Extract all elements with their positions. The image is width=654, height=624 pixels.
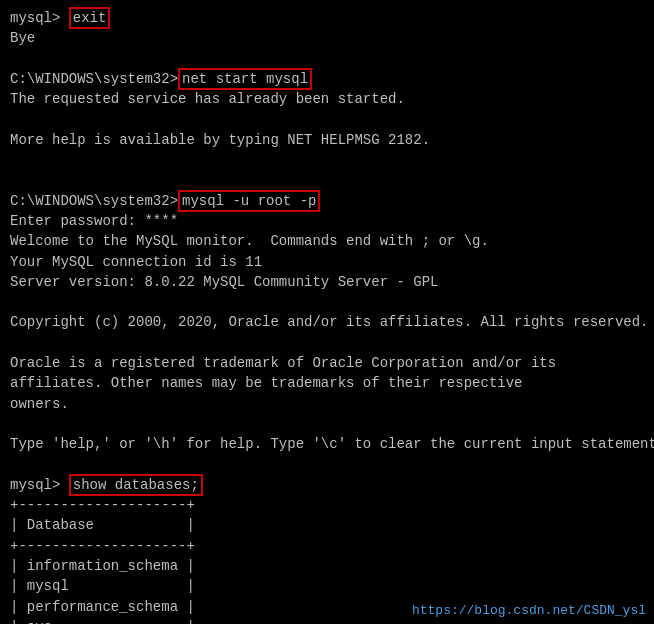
prompt-text: mysql> (10, 477, 69, 493)
output-line: Oracle is a registered trademark of Orac… (10, 353, 644, 373)
empty-line (10, 333, 644, 353)
output-line: Your MySQL connection id is 11 (10, 252, 644, 272)
command-text: mysql -u root -p (178, 190, 320, 212)
prompt-text: C:\WINDOWS\system32> (10, 193, 178, 209)
output-line: Copyright (c) 2000, 2020, Oracle and/or … (10, 312, 644, 332)
table-row: | Database | (10, 515, 644, 535)
table-row: | information_schema | (10, 556, 644, 576)
output-line: Welcome to the MySQL monitor. Commands e… (10, 231, 644, 251)
output-line: Enter password: **** (10, 211, 644, 231)
command-line: mysql> exit (10, 8, 644, 28)
empty-line (10, 150, 644, 170)
output-line: The requested service has already been s… (10, 89, 644, 109)
terminal-window: mysql> exitByeC:\WINDOWS\system32>net st… (0, 0, 654, 624)
command-line: C:\WINDOWS\system32>mysql -u root -p (10, 191, 644, 211)
output-line: More help is available by typing NET HEL… (10, 130, 644, 150)
command-line: C:\WINDOWS\system32>net start mysql (10, 69, 644, 89)
watermark: https://blog.csdn.net/CSDN_ysl (412, 603, 646, 618)
output-line: affiliates. Other names may be trademark… (10, 373, 644, 393)
command-text: net start mysql (178, 68, 312, 90)
empty-line (10, 170, 644, 190)
command-text: exit (69, 7, 111, 29)
table-divider: +--------------------+ (10, 536, 644, 556)
output-line: Server version: 8.0.22 MySQL Community S… (10, 272, 644, 292)
empty-line (10, 414, 644, 434)
empty-line (10, 49, 644, 69)
prompt-text: mysql> (10, 10, 69, 26)
command-line: mysql> show databases; (10, 475, 644, 495)
prompt-text: C:\WINDOWS\system32> (10, 71, 178, 87)
empty-line (10, 109, 644, 129)
output-line: Type 'help,' or '\h' for help. Type '\c'… (10, 434, 644, 454)
empty-line (10, 292, 644, 312)
output-line: Bye (10, 28, 644, 48)
table-row: | mysql | (10, 576, 644, 596)
output-line: owners. (10, 394, 644, 414)
command-text: show databases; (69, 474, 203, 496)
table-divider: +--------------------+ (10, 495, 644, 515)
empty-line (10, 455, 644, 475)
